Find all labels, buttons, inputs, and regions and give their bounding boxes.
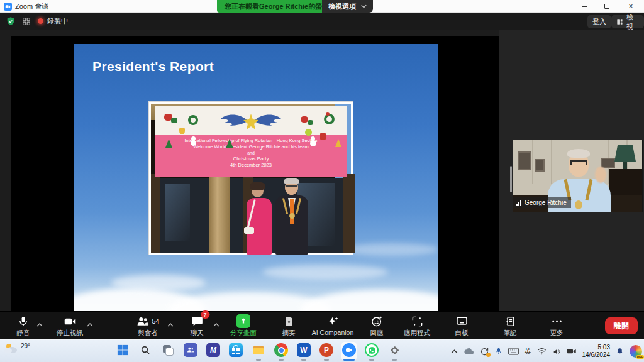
copilot-pre-badge: PRE xyxy=(636,355,644,359)
minimize-button[interactable] xyxy=(574,0,595,13)
video-camera-icon xyxy=(64,315,77,328)
reactions-button[interactable]: 回應 xyxy=(370,314,384,337)
taskbar-zoom-button[interactable] xyxy=(341,342,357,361)
chat-button[interactable]: 7 聊天 xyxy=(191,314,204,337)
picture-frame xyxy=(518,151,531,170)
notes-button[interactable]: 筆記 xyxy=(504,314,517,337)
participant-video-tile[interactable]: George Ritchie xyxy=(513,140,643,212)
chat-options-chevron[interactable] xyxy=(213,318,219,329)
chevron-down-icon xyxy=(361,4,367,8)
taskbar-powerpoint-button[interactable]: P xyxy=(319,342,334,361)
view-label: 檢視 xyxy=(626,13,639,31)
view-options-button[interactable]: 檢視選項 xyxy=(322,0,373,13)
participants-icon xyxy=(136,315,149,328)
app-title-label: Zoom 會議 xyxy=(15,2,48,11)
signal-strength-icon xyxy=(516,200,522,206)
copilot-icon[interactable]: PRE xyxy=(630,345,642,358)
windows-taskbar: 29° xyxy=(0,339,644,362)
close-icon: × xyxy=(628,2,633,11)
banner-line-1: International Fellowship of Flying Rotar… xyxy=(155,138,347,144)
zoom-app-window: Zoom 會議 您正在觀看George Ritchie的螢幕 檢視選項 × 錄製… xyxy=(0,0,644,362)
taskbar-clock[interactable]: 5:03 14/6/2024 xyxy=(582,344,611,359)
mute-button[interactable]: 靜音 xyxy=(17,314,30,337)
reactions-icon xyxy=(370,315,383,327)
weather-widget[interactable]: 29° xyxy=(4,342,30,354)
banner-line-2: Welcome World President George Ritchie a… xyxy=(155,144,347,150)
taskbar-file-explorer-button[interactable] xyxy=(251,342,266,361)
onedrive-icon[interactable] xyxy=(464,348,474,355)
taskbar-chrome-button[interactable] xyxy=(274,342,289,361)
microsoft-store-icon xyxy=(229,343,243,357)
maximize-button[interactable] xyxy=(596,0,618,13)
wifi-icon[interactable] xyxy=(537,348,547,355)
tray-camera-icon[interactable] xyxy=(567,348,577,355)
taskbar-search-button[interactable] xyxy=(138,342,153,361)
notifications-bell-icon[interactable] xyxy=(616,347,624,356)
chrome-icon xyxy=(274,343,288,357)
taskbar-m365-button[interactable]: M xyxy=(206,342,221,361)
taskbar-task-view-button[interactable] xyxy=(160,342,175,361)
search-icon xyxy=(138,343,152,357)
picture-frame xyxy=(601,158,615,168)
whiteboard-icon xyxy=(455,315,468,327)
tray-chevron-up-icon[interactable] xyxy=(451,349,458,354)
panel-scrollbar[interactable] xyxy=(510,166,512,192)
audio-options-chevron[interactable] xyxy=(36,318,43,329)
ai-companion-button[interactable]: AI Companion xyxy=(312,314,354,336)
picture-frame xyxy=(535,159,545,172)
tray-microphone-icon[interactable] xyxy=(495,347,502,356)
presentation-slide: President's Report xyxy=(74,44,438,316)
shared-screen-region: President's Report xyxy=(11,36,499,311)
slide-title: President's Report xyxy=(92,59,214,74)
participant-name-label: George Ritchie xyxy=(513,197,571,208)
recording-label: 錄製中 xyxy=(47,16,68,26)
recording-dot-icon xyxy=(38,18,43,24)
sign-in-label: 登入 xyxy=(592,17,606,26)
summary-label: 摘要 xyxy=(282,329,296,337)
ai-companion-icon xyxy=(326,315,339,328)
ime-language-indicator[interactable]: 英 xyxy=(525,347,531,356)
whiteboard-label: 白板 xyxy=(455,329,469,337)
running-indicator xyxy=(301,359,306,361)
active-running-indicator xyxy=(343,359,355,361)
whiteboard-button[interactable]: 白板 xyxy=(455,314,469,337)
meeting-security-shield-icon[interactable] xyxy=(5,16,16,27)
participants-count: 54 xyxy=(152,317,159,325)
chat-label: 聊天 xyxy=(191,329,204,337)
microphone-icon xyxy=(18,315,30,327)
view-button[interactable]: 檢視 xyxy=(611,15,644,28)
close-button[interactable]: × xyxy=(620,0,641,13)
watching-screen-banner: 您正在觀看George Ritchie的螢幕 xyxy=(217,0,336,13)
taskbar-start-button[interactable] xyxy=(115,342,130,361)
taskbar-whatsapp-button[interactable] xyxy=(364,342,379,361)
apps-icon xyxy=(411,315,423,327)
taskbar-settings-button[interactable] xyxy=(387,342,402,361)
date-label: 14/6/2024 xyxy=(582,351,611,359)
stop-video-button[interactable]: 停止視訊 xyxy=(57,314,83,337)
sign-in-button[interactable]: 登入 xyxy=(587,15,611,28)
more-button[interactable]: 更多 xyxy=(550,314,564,337)
participants-button[interactable]: 54 與會者 xyxy=(136,314,159,337)
window-frame xyxy=(343,174,355,253)
video-options-chevron[interactable] xyxy=(87,318,93,329)
running-indicator xyxy=(369,359,374,361)
view-options-label: 檢視選項 xyxy=(328,2,356,11)
taskbar-teams-button[interactable] xyxy=(183,342,198,361)
taskbar-word-button[interactable]: W xyxy=(296,342,311,361)
volume-icon[interactable] xyxy=(552,348,561,356)
sync-icon[interactable] xyxy=(480,347,489,356)
gallery-grid-icon[interactable] xyxy=(21,16,31,26)
taskbar-store-button[interactable] xyxy=(228,342,243,361)
leave-meeting-button[interactable]: 離開 xyxy=(605,317,638,334)
meeting-main-area: President's Report xyxy=(0,30,644,311)
summary-button[interactable]: 摘要 xyxy=(282,314,296,337)
time-label: 5:03 xyxy=(582,344,611,352)
participants-options-chevron[interactable] xyxy=(167,318,174,329)
touch-keyboard-icon[interactable] xyxy=(508,348,519,355)
notes-label: 筆記 xyxy=(504,329,517,337)
share-screen-button[interactable]: 分享畫面 xyxy=(230,314,257,337)
video-panel: George Ritchie xyxy=(499,30,644,311)
apps-button[interactable]: 應用程式 xyxy=(404,314,430,337)
window-frame xyxy=(151,174,160,253)
chat-unread-badge: 7 xyxy=(201,310,209,319)
